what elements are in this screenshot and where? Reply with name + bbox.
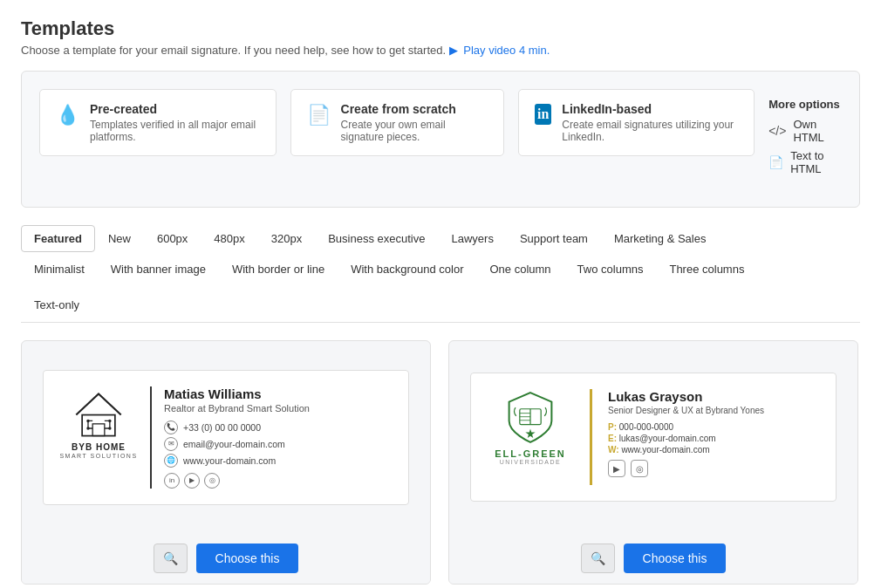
sig1-info: Matias Williams Realtor at Bybrand Smart…	[164, 386, 393, 489]
template-card-2-body: ELL-GREEN UNIVERSIDADE Lukas Grayson Sen…	[449, 341, 857, 533]
own-html-option[interactable]: </> Own HTML	[768, 118, 842, 144]
email-icon: ✉	[164, 437, 178, 451]
tab-three-columns[interactable]: Three columns	[656, 256, 757, 283]
instagram-social-icon-2: ◎	[631, 460, 648, 477]
linkedin-social-icon: in	[164, 473, 180, 489]
sig1-brand-sub: SMART SOLUTIONS	[59, 453, 137, 459]
sig1-phone: 📞 +33 (0) 00 00 0000	[164, 420, 393, 434]
tab-with-background-color[interactable]: With background color	[338, 256, 476, 283]
sig1-divider	[150, 386, 152, 489]
filter-tabs-row2: Minimalist With banner image With border…	[21, 256, 860, 288]
template-options-panel: 💧 Pre-created Templates verified in all …	[21, 71, 860, 208]
tab-new[interactable]: New	[95, 225, 144, 252]
create-from-scratch-option[interactable]: 📄 Create from scratch Create your own em…	[290, 89, 504, 156]
tab-600px[interactable]: 600px	[144, 225, 201, 252]
signature-preview-2: ELL-GREEN UNIVERSIDADE Lukas Grayson Sen…	[470, 373, 837, 502]
tab-marketing-sales[interactable]: Marketing & Sales	[601, 225, 720, 252]
tab-one-column[interactable]: One column	[476, 256, 563, 283]
pre-created-icon: 💧	[56, 104, 79, 126]
sig2-name: Lukas Grayson	[608, 389, 820, 404]
instagram-social-icon: ◎	[204, 473, 220, 489]
more-options-panel: More options </> Own HTML 📄 Text to HTML	[768, 89, 842, 189]
sig1-name: Matias Williams	[164, 386, 393, 401]
tab-support-team[interactable]: Support team	[507, 225, 601, 252]
template-card-1: BYB HOME SMART SOLUTIONS Matias Williams…	[21, 340, 431, 585]
linkedin-desc: Create email signatures utilizing your L…	[562, 119, 738, 143]
code-icon: </>	[768, 124, 786, 138]
tab-text-only[interactable]: Text-only	[21, 291, 92, 318]
template-card-1-footer: 🔍 Choose this	[22, 533, 430, 584]
sig2-divider	[590, 389, 592, 485]
template-card-2: ELL-GREEN UNIVERSIDADE Lukas Grayson Sen…	[448, 340, 858, 585]
filter-tabs-row3: Text-only	[21, 291, 860, 318]
create-from-scratch-title: Create from scratch	[341, 102, 488, 116]
page-title: Templates	[21, 17, 860, 40]
tab-with-banner-image[interactable]: With banner image	[98, 256, 219, 283]
sig1-brand-name: BYB HOME	[72, 442, 126, 453]
sig1-social-icons: in ▶ ◎	[164, 473, 393, 489]
zoom-button-1[interactable]: 🔍	[154, 544, 188, 573]
phone-icon: 📞	[164, 420, 178, 434]
svg-rect-1	[92, 423, 105, 435]
tab-minimalist[interactable]: Minimalist	[21, 256, 98, 283]
pre-created-title: Pre-created	[90, 102, 260, 116]
sig2-brand-sub: UNIVERSIDADE	[500, 459, 562, 465]
sig2-phone: P: 000-000-0000	[608, 422, 820, 432]
sig2-social-icons: ▶ ◎	[608, 460, 820, 477]
tab-320px[interactable]: 320px	[258, 225, 315, 252]
youtube-social-icon-2: ▶	[608, 460, 625, 477]
linkedin-based-option[interactable]: in LinkedIn-based Create email signature…	[518, 89, 755, 156]
template-card-2-footer: 🔍 Choose this	[449, 533, 857, 584]
tab-business-executive[interactable]: Business executive	[315, 225, 438, 252]
sig1-website: 🌐 www.your-domain.com	[164, 454, 393, 468]
signature-preview-1: BYB HOME SMART SOLUTIONS Matias Williams…	[43, 370, 409, 505]
pre-created-option[interactable]: 💧 Pre-created Templates verified in all …	[39, 89, 277, 156]
zoom-button-2[interactable]: 🔍	[581, 544, 615, 573]
sig2-website: W: www.your-domain.com	[608, 445, 820, 455]
sig1-role: Realtor at Bybrand Smart Solution	[164, 403, 393, 414]
choose-button-1[interactable]: Choose this	[196, 544, 299, 573]
tab-two-columns[interactable]: Two columns	[564, 256, 657, 283]
page-subtitle: Choose a template for your email signatu…	[21, 44, 860, 57]
templates-grid: BYB HOME SMART SOLUTIONS Matias Williams…	[21, 340, 860, 585]
document-icon: 📄	[768, 155, 783, 169]
create-from-scratch-icon: 📄	[307, 104, 331, 126]
create-from-scratch-desc: Create your own email signature pieces.	[341, 119, 488, 143]
pre-created-desc: Templates verified in all major email pl…	[90, 119, 260, 143]
sig2-email: E: lukas@your-domain.com	[608, 434, 820, 443]
sig2-role: Senior Designer & UX at Bybrand Yones	[608, 406, 820, 415]
play-icon: ▶	[449, 44, 458, 57]
linkedin-icon: in	[535, 104, 551, 125]
filter-tabs: Featured New 600px 480px 320px Business …	[21, 225, 860, 323]
sig1-email: ✉ email@your-domain.com	[164, 437, 393, 451]
byb-home-icon	[67, 386, 130, 439]
choose-button-2[interactable]: Choose this	[624, 544, 727, 573]
linkedin-title: LinkedIn-based	[562, 102, 738, 116]
sig2-info: Lukas Grayson Senior Designer & UX at By…	[608, 389, 820, 477]
sig2-brand-name: ELL-GREEN	[495, 448, 566, 459]
template-card-1-body: BYB HOME SMART SOLUTIONS Matias Williams…	[22, 341, 430, 533]
tab-lawyers[interactable]: Lawyers	[438, 225, 506, 252]
sig2-logo-area: ELL-GREEN UNIVERSIDADE	[487, 389, 574, 465]
tab-with-border-or-line[interactable]: With border or line	[219, 256, 338, 283]
more-options-title: More options	[768, 98, 842, 111]
web-icon: 🌐	[164, 454, 178, 468]
svg-marker-17	[525, 429, 535, 439]
play-video-link[interactable]: ▶ Play video 4 min.	[449, 44, 550, 57]
sig1-logo-area: BYB HOME SMART SOLUTIONS	[59, 386, 138, 459]
tab-480px[interactable]: 480px	[201, 225, 257, 252]
youtube-social-icon: ▶	[184, 473, 200, 489]
tab-featured[interactable]: Featured	[21, 225, 95, 252]
text-to-html-option[interactable]: 📄 Text to HTML	[768, 149, 842, 175]
ell-green-shield-icon	[504, 389, 557, 446]
filter-tabs-row1: Featured New 600px 480px 320px Business …	[21, 225, 860, 252]
